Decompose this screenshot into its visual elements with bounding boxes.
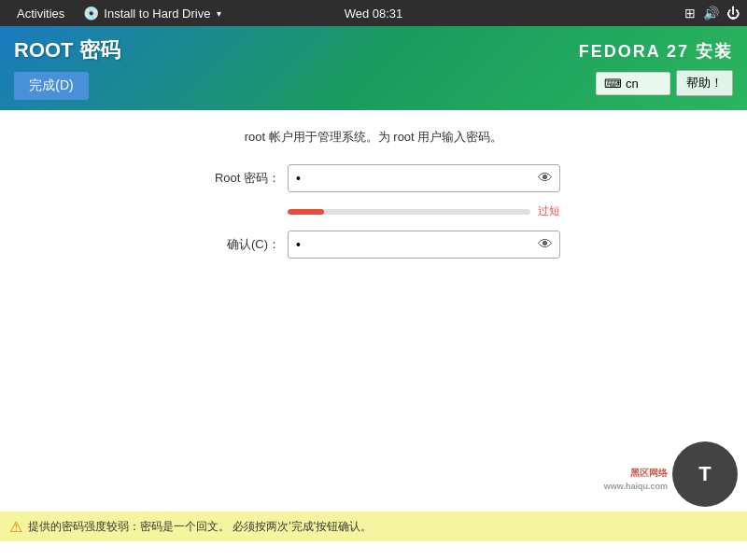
keyboard-lang-label: cn xyxy=(626,77,639,91)
app-name-button[interactable]: 💿 Install to Hard Drive ▾ xyxy=(74,6,231,21)
warning-icon: ⚠ xyxy=(9,518,22,536)
confirm-password-input-wrap: 👁 xyxy=(288,231,560,259)
topbar-right-controls: ⊞ 🔊 ⏻ xyxy=(684,6,740,21)
watermark-logo: T xyxy=(672,441,738,507)
dropdown-arrow-icon: ▾ xyxy=(217,8,221,19)
power-icon[interactable]: ⏻ xyxy=(726,6,740,21)
bottom-warning-bar: ⚠ 提供的密码强度较弱：密码是一个回文。 必须按两次'完成'按钮确认。 xyxy=(0,511,747,541)
confirm-password-label: 确认(C)： xyxy=(187,236,280,253)
header-controls: ⌨ cn 帮助！ xyxy=(596,70,733,96)
strength-bar xyxy=(288,209,530,215)
root-password-row: Root 密码： 👁 xyxy=(187,164,560,192)
app-name-label: Install to Hard Drive xyxy=(104,7,210,21)
description-text: root 帐户用于管理系统。为 root 用户输入密码。 xyxy=(245,129,503,146)
strength-bar-wrap: 过短 xyxy=(288,203,560,219)
root-password-input[interactable] xyxy=(288,164,560,192)
strength-text: 过短 xyxy=(538,203,560,219)
watermark-text: 黑区网络 www.haiqu.com xyxy=(604,466,668,493)
activities-label: Activities xyxy=(17,7,64,21)
confirm-password-row: 确认(C)： 👁 xyxy=(187,231,560,259)
page-title: ROOT 密码 xyxy=(14,36,120,64)
root-password-label: Root 密码： xyxy=(187,170,280,187)
form-fields: Root 密码： 👁 过短 确认(C)： xyxy=(187,164,560,259)
keyboard-icon: ⌨ xyxy=(604,77,622,91)
clock-display: Wed 08:31 xyxy=(345,7,403,21)
strength-fill xyxy=(288,209,324,215)
warning-text: 提供的密码强度较弱：密码是一个回文。 必须按两次'完成'按钮确认。 xyxy=(28,519,372,535)
done-button[interactable]: 完成(D) xyxy=(14,72,89,100)
form-container: root 帐户用于管理系统。为 root 用户输入密码。 Root 密码： 👁 … xyxy=(0,110,747,277)
confirm-password-eye-icon[interactable]: 👁 xyxy=(538,236,553,253)
keyboard-input-selector[interactable]: ⌨ cn xyxy=(596,72,670,95)
headerbar: ROOT 密码 完成(D) FEDORA 27 安装 ⌨ cn 帮助！ xyxy=(0,26,747,110)
volume-icon[interactable]: 🔊 xyxy=(703,6,719,21)
root-password-input-wrap: 👁 xyxy=(288,164,560,192)
network-icon[interactable]: ⊞ xyxy=(684,6,696,21)
help-button[interactable]: 帮助！ xyxy=(676,70,733,96)
header-right: FEDORA 27 安装 ⌨ cn 帮助！ xyxy=(579,40,733,96)
strength-row: 过短 xyxy=(187,203,560,219)
clock-text: Wed 08:31 xyxy=(345,7,403,21)
watermark: 黑区网络 www.haiqu.com T xyxy=(598,437,747,511)
root-password-eye-icon[interactable]: 👁 xyxy=(538,170,553,187)
confirm-password-input[interactable] xyxy=(288,231,560,259)
fedora-title: FEDORA 27 安装 xyxy=(579,40,733,63)
main-content: root 帐户用于管理系统。为 root 用户输入密码。 Root 密码： 👁 … xyxy=(0,110,747,541)
topbar: Activities 💿 Install to Hard Drive ▾ Wed… xyxy=(0,0,747,26)
header-left: ROOT 密码 完成(D) xyxy=(14,36,120,100)
activities-button[interactable]: Activities xyxy=(7,0,74,26)
app-icon: 💿 xyxy=(83,6,99,21)
